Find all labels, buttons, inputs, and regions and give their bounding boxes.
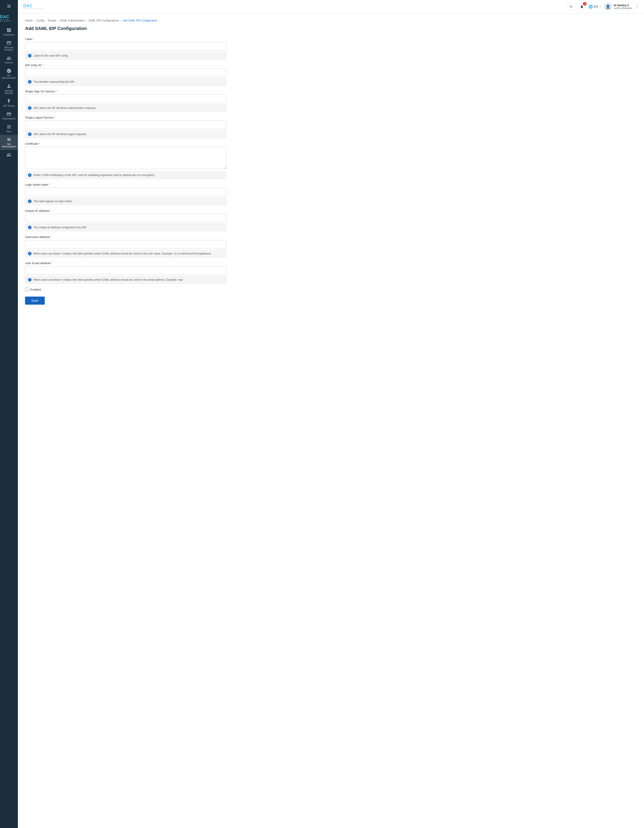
user-email-attr-hint: i When users are linked / created, this …: [25, 276, 226, 284]
breadcrumb: Admin › Config › People › SAML Authentic…: [25, 19, 637, 22]
notifications-badge: 0: [583, 2, 586, 6]
username-attr-field-group: Username attribute * i When users are li…: [25, 235, 226, 257]
sso-field-group: Single Sign On Service * i URL where the…: [25, 90, 226, 112]
sso-input[interactable]: [25, 94, 226, 103]
sidebar-item-apis-products[interactable]: APIs and Products: [0, 38, 18, 53]
svg-rect-1: [7, 6, 11, 6]
login-button-label-hint: i This label appear on login button: [25, 198, 226, 205]
breadcrumb-saml-idp-configs[interactable]: SAML IDP Configurations: [89, 19, 119, 22]
main-wrapper: DAC DIGITAL APICRAFT 0 🌐 EN: [18, 0, 644, 828]
username-attr-hint-icon: i: [28, 252, 31, 256]
sidebar: DAC DIGITAL APICRAFT Dashboard APIs and …: [0, 0, 18, 828]
topbar-right: 0 🌐 EN 👤 Hi Swetha V swetha.v@digitala..…: [567, 3, 639, 11]
main-content: Admin › Config › People › SAML Authentic…: [18, 13, 644, 828]
sidebar-item-apps[interactable]: Apps: [0, 122, 18, 135]
sidebar-item-api-administration[interactable]: API Administration: [0, 66, 18, 82]
certificate-textarea[interactable]: [25, 147, 226, 169]
slo-field-group: Single Logout Service * i URL where the …: [25, 116, 226, 138]
slo-hint-text: URL where the SP will direct logout requ…: [33, 133, 87, 136]
breadcrumb-saml-auth[interactable]: SAML Authentication: [60, 19, 85, 22]
sidebar-nav: Dashboard APIs and Products Partners API…: [0, 25, 18, 828]
sso-hint: i URL where the SP will direct authentic…: [25, 104, 226, 112]
unique-id-required: *: [50, 209, 51, 212]
breadcrumb-admin[interactable]: Admin: [25, 19, 33, 22]
svg-rect-0: [7, 5, 11, 5]
enabled-checkbox[interactable]: [25, 288, 29, 291]
save-button[interactable]: Save: [25, 296, 45, 305]
username-attr-hint: i When users are linked / created, this …: [25, 250, 226, 257]
idp-entity-id-input[interactable]: [25, 68, 226, 77]
certificate-label: Certificate *: [25, 142, 226, 145]
label-field-group: Label * i Label for the saml IDP config.: [25, 38, 226, 60]
slo-hint-icon: i: [28, 132, 31, 136]
login-button-label-label: Login button label *: [25, 183, 226, 186]
unique-id-hint-icon: i: [28, 226, 31, 229]
enabled-label[interactable]: Enabled: [30, 288, 41, 291]
idp-entity-id-required: *: [42, 64, 43, 67]
slo-label: Single Logout Service *: [25, 116, 226, 119]
sidebar-logo: DAC DIGITAL APICRAFT: [0, 13, 18, 25]
svg-rect-2: [7, 7, 11, 8]
login-button-label-input[interactable]: [25, 188, 226, 196]
label-input[interactable]: [25, 42, 226, 50]
chevron-down-icon: [636, 5, 639, 8]
label-hint: i Label for the saml IDP config.: [25, 52, 226, 60]
user-email-attr-input[interactable]: [25, 266, 226, 274]
logo-dac: DAC: [23, 4, 33, 8]
sidebar-item-subscriptions[interactable]: Subscriptions: [0, 109, 18, 122]
user-name: Hi Swetha V: [614, 4, 634, 7]
sidebar-item-site-administration[interactable]: Site Administration: [0, 135, 18, 150]
unique-id-label: Unique ID attribute *: [25, 209, 226, 212]
notifications-button[interactable]: 0: [578, 3, 586, 11]
user-email-attr-label: User Email attribute *: [25, 262, 226, 265]
hamburger-menu[interactable]: [0, 0, 18, 13]
user-avatar: 👤: [604, 3, 612, 11]
slo-input[interactable]: [25, 121, 226, 129]
topbar-logo: DAC DIGITAL APICRAFT: [23, 4, 44, 9]
sidebar-item-api-testing[interactable]: API Testing: [0, 97, 18, 109]
page-title: Add SAML IDP Configuration: [25, 26, 637, 31]
login-button-hint-text: This label appear on login button: [33, 200, 72, 203]
language-selector[interactable]: 🌐 EN: [589, 5, 602, 9]
user-email-attr-hint-icon: i: [28, 278, 31, 282]
sidebar-item-partners[interactable]: Partners: [0, 53, 18, 66]
certificate-hint-icon: i: [28, 173, 31, 177]
unique-id-hint: i The Unique id attribute configured in …: [25, 224, 226, 231]
unique-id-hint-text: The Unique id attribute configured in th…: [33, 226, 87, 229]
search-button[interactable]: [567, 3, 575, 11]
slo-hint: i URL where the SP will direct logout re…: [25, 130, 226, 138]
topbar: DAC DIGITAL APICRAFT 0 🌐 EN: [18, 0, 644, 13]
sidebar-item-people[interactable]: [0, 150, 18, 160]
breadcrumb-sep-2: ›: [45, 19, 47, 22]
slo-required: *: [54, 116, 55, 119]
saml-idp-form: Label * i Label for the saml IDP config.…: [25, 38, 226, 305]
breadcrumb-sep-5: ›: [120, 19, 121, 22]
breadcrumb-people[interactable]: People: [48, 19, 56, 22]
unique-id-field-group: Unique ID attribute * i The Unique id at…: [25, 209, 226, 231]
user-menu[interactable]: 👤 Hi Swetha V swetha.v@digitala...: [604, 3, 639, 11]
breadcrumb-sep-3: ›: [58, 19, 59, 22]
idp-entity-id-label: IDP entity ID *: [25, 64, 226, 67]
label-hint-text: Label for the saml IDP config.: [33, 54, 69, 57]
idp-entity-id-field-group: IDP entity ID * i The identifier represe…: [25, 64, 226, 86]
user-email-attr-hint-text: When users are linked / created, this fi…: [33, 278, 183, 281]
topbar-left: DAC DIGITAL APICRAFT: [23, 4, 44, 9]
breadcrumb-add-saml: Add SAML IDP Configuration: [122, 19, 157, 22]
unique-id-input[interactable]: [25, 214, 226, 222]
username-attr-hint-text: When users are linked / created, this fi…: [33, 252, 211, 255]
certificate-hint-text: Public X.509 certificate(s) of the IDP, …: [33, 174, 155, 177]
sso-required: *: [56, 90, 57, 93]
label-hint-icon: i: [28, 54, 31, 58]
idp-entity-id-hint-icon: i: [28, 80, 31, 84]
logo-subtitle: DIGITAL APICRAFT: [23, 8, 44, 9]
username-attr-input[interactable]: [25, 240, 226, 248]
breadcrumb-sep-1: ›: [34, 19, 35, 22]
language-label: EN: [594, 5, 598, 8]
idp-entity-id-hint-text: The identifier representing the IDP.: [33, 80, 75, 83]
breadcrumb-config[interactable]: Config: [36, 19, 44, 22]
login-button-hint-icon: i: [28, 199, 31, 203]
certificate-required: *: [39, 142, 40, 145]
sso-hint-text: URL where the SP will direct authenticat…: [33, 107, 96, 110]
sidebar-item-manage-partners[interactable]: Manage Partners: [0, 82, 18, 97]
sidebar-item-dashboard[interactable]: Dashboard: [0, 25, 18, 38]
